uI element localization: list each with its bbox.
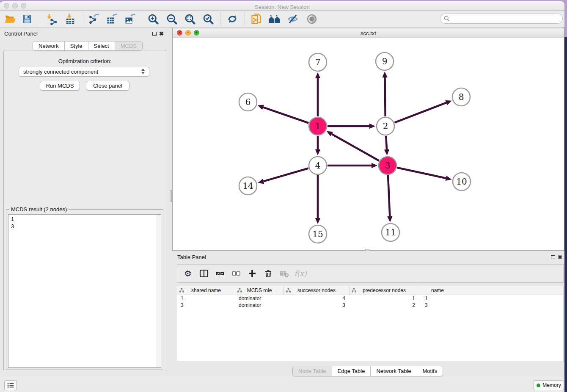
graph-node-label: 8: [459, 92, 464, 102]
table-row[interactable]: 1dominator411: [177, 295, 563, 302]
search-input[interactable]: [452, 15, 562, 22]
memory-button-label: Memory: [542, 382, 561, 388]
criterion-dropdown-value: strongly connected component: [23, 69, 98, 75]
graph-edge-arrowhead: [258, 179, 264, 184]
graph-edge-arrowhead: [369, 124, 375, 129]
graph-edge-arrowhead: [315, 149, 320, 155]
table-row[interactable]: 3dominator323: [177, 302, 563, 309]
column-header-label: successor nodes: [297, 287, 336, 293]
mcds-result-group-title: MCDS result (2 nodes): [9, 206, 69, 213]
status-bar: Memory: [0, 377, 564, 392]
delete-column-icon[interactable]: [260, 268, 276, 279]
network-graph[interactable]: 1234678910111415: [173, 38, 564, 250]
table-cell: 1: [419, 295, 456, 301]
import-network-icon[interactable]: [44, 12, 59, 26]
tab-style[interactable]: Style: [65, 41, 88, 50]
refresh-view-icon[interactable]: [225, 12, 240, 26]
column-visibility-icon[interactable]: [196, 268, 212, 279]
graph-edge-3-1[interactable]: [332, 134, 379, 161]
graph-edge-3-11[interactable]: [388, 175, 390, 216]
show-all-networks-icon[interactable]: [267, 12, 282, 26]
deselect-all-rows-icon[interactable]: [228, 268, 244, 279]
destroy-table-icon: [276, 268, 292, 279]
open-file-icon[interactable]: [3, 12, 18, 26]
search-box[interactable]: [440, 14, 563, 24]
column-header-label: MCDS role: [247, 287, 272, 293]
tab-select[interactable]: Select: [88, 41, 115, 50]
column-header-label: predecessor nodes: [363, 287, 406, 293]
graph-edge-3-10[interactable]: [397, 168, 446, 178]
zoom-out-icon[interactable]: [164, 12, 179, 26]
tab-edge-table[interactable]: Edge Table: [332, 366, 371, 376]
graph-node-label: 4: [315, 160, 321, 171]
horizontal-splitter-handle[interactable]: [365, 249, 369, 251]
graph-node-label: 14: [242, 181, 253, 191]
graph-edge-arrowhead: [384, 149, 389, 155]
tab-motifs[interactable]: Motifs: [417, 366, 443, 376]
column-header-predecessor-nodes[interactable]: predecessor nodes: [350, 286, 419, 295]
zoom-selected-icon[interactable]: [201, 12, 216, 26]
toolbar-separator: [245, 12, 245, 26]
import-table-icon[interactable]: [63, 12, 78, 26]
add-column-icon[interactable]: [244, 268, 260, 279]
select-all-rows-icon[interactable]: [212, 268, 228, 279]
memory-button[interactable]: Memory: [534, 380, 564, 390]
show-panels-icon[interactable]: [304, 12, 319, 26]
main-toolbar: [0, 11, 564, 28]
column-header-successor-nodes[interactable]: successor nodes: [284, 286, 350, 295]
export-network-icon[interactable]: [86, 12, 101, 26]
mcds-result-scrollbar[interactable]: [156, 215, 161, 367]
task-history-button[interactable]: [4, 380, 17, 390]
function-builder-icon: f(x): [292, 269, 308, 278]
network-window-titlebar[interactable]: ✕ − + scc.txt: [173, 28, 564, 38]
table-toolbar: ⚙ f(x): [177, 264, 564, 283]
graph-edge-1-6[interactable]: [263, 107, 308, 123]
export-table-icon[interactable]: [104, 12, 119, 26]
open-network-file-icon[interactable]: [249, 12, 264, 26]
table-cell: dominator: [235, 295, 284, 301]
graph-edge-2-9[interactable]: [385, 77, 385, 116]
table-cell: 1: [350, 295, 419, 301]
tab-network-table[interactable]: Network Table: [371, 366, 417, 376]
table-panel-close-icon[interactable]: ✖: [558, 255, 562, 259]
mcds-result-box[interactable]: 1 3: [8, 214, 161, 368]
control-panel-close-icon[interactable]: ✖: [159, 31, 164, 36]
dropdown-stepper-icon: [141, 69, 145, 74]
graph-edge-arrowhead: [372, 163, 377, 168]
graph-edge-2-8[interactable]: [394, 103, 446, 123]
graph-edge-4-14[interactable]: [263, 168, 308, 181]
graph-node-label: 15: [312, 229, 323, 239]
column-header-shared-name[interactable]: shared name: [177, 286, 235, 295]
run-mcds-button[interactable]: Run MCDS: [40, 81, 80, 91]
criterion-dropdown[interactable]: strongly connected component: [19, 67, 149, 77]
table-cell: 1: [177, 295, 235, 301]
table-cell: 3: [177, 302, 235, 308]
table-panel-float-icon[interactable]: [551, 255, 555, 259]
control-panel-float-icon[interactable]: [152, 32, 157, 36]
graph-edge-arrowhead: [445, 100, 451, 105]
table-settings-gear-icon[interactable]: ⚙: [180, 268, 196, 279]
node-table[interactable]: shared nameMCDS rolesuccessor nodesprede…: [177, 286, 564, 362]
graph-node-label: 3: [385, 160, 391, 171]
toolbar-separator: [220, 12, 220, 26]
toolbar-separator: [142, 12, 142, 26]
hide-panels-icon[interactable]: [285, 12, 300, 26]
tab-node-table[interactable]: Node Table: [293, 366, 332, 376]
zoom-fit-icon[interactable]: [182, 12, 198, 26]
save-session-icon[interactable]: [19, 12, 35, 26]
vertical-splitter-handle[interactable]: [170, 190, 172, 202]
column-header-name[interactable]: name: [419, 286, 456, 295]
search-icon: [444, 16, 450, 22]
column-header-MCDS-role[interactable]: MCDS role: [235, 286, 284, 295]
tab-mcds[interactable]: MCDS: [115, 41, 142, 50]
table-header-row: shared nameMCDS rolesuccessor nodesprede…: [177, 286, 563, 295]
zoom-in-icon[interactable]: [146, 12, 161, 26]
close-panel-button[interactable]: Close panel: [86, 81, 129, 91]
graph-node-label: 2: [383, 121, 388, 131]
tab-network[interactable]: Network: [33, 41, 65, 50]
export-image-icon[interactable]: [122, 12, 138, 26]
memory-status-icon: [537, 384, 540, 387]
graph-edge-2-3[interactable]: [386, 136, 387, 149]
graph-edge-arrowhead: [387, 216, 392, 222]
graph-edge-arrowhead: [315, 72, 320, 78]
